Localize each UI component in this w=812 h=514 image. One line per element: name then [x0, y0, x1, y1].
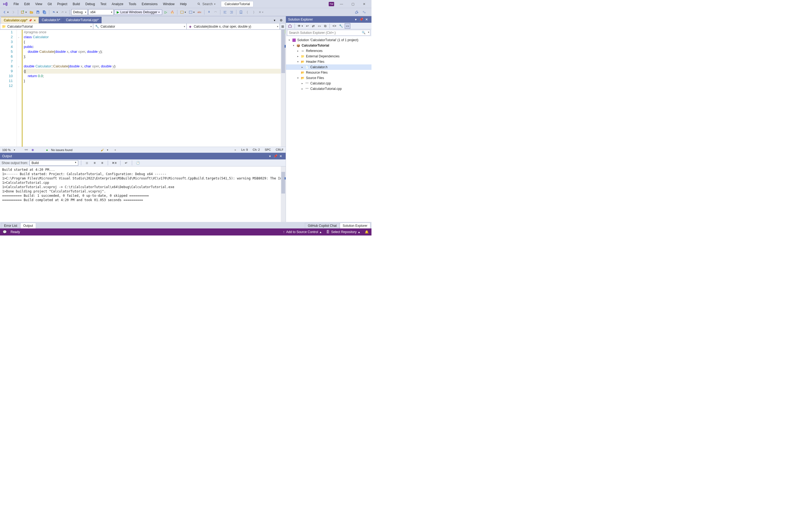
tree-row[interactable]: ▸📁External Dependencies — [286, 54, 372, 59]
tree-row[interactable]: ▸▫▫References — [286, 48, 372, 54]
menu-git[interactable]: Git — [45, 1, 54, 7]
bookmark-button[interactable] — [238, 9, 244, 15]
output-source-dropdown[interactable]: Build — [30, 160, 78, 165]
expand-icon[interactable]: ▾ — [288, 39, 291, 41]
account-badge[interactable]: TW — [329, 2, 334, 6]
find-in-files-button[interactable] — [187, 9, 196, 15]
sol-home-icon[interactable] — [287, 23, 293, 29]
output-close-button[interactable]: ✕ — [278, 154, 284, 158]
start-no-debug-button[interactable]: ▷ — [163, 9, 169, 15]
sol-preview-icon[interactable]: ▭ — [345, 23, 350, 29]
output-goto-next-icon[interactable]: ≡ — [99, 160, 105, 166]
output-goto-msg-icon[interactable]: ≡ — [91, 160, 97, 166]
output-pin-button[interactable]: 📌 — [273, 154, 278, 158]
bottom-tab[interactable]: Output — [20, 223, 36, 229]
fold-icon[interactable]: ⌄ — [17, 36, 20, 38]
output-scrollbar[interactable] — [281, 167, 286, 222]
output-text[interactable]: Build started at 4:20 PM... 1>------ Bui… — [0, 167, 281, 222]
save-button[interactable] — [35, 9, 41, 15]
editor-scrollbar[interactable] — [281, 30, 286, 147]
sol-properties-icon[interactable]: 🔧 — [338, 23, 344, 29]
tree-row[interactable]: ▸⁺⁺CalculatorTutorial.cpp — [286, 86, 372, 91]
save-all-button[interactable] — [41, 9, 48, 15]
tree-row[interactable]: ▾📂Header Files — [286, 59, 372, 64]
eol-indicator[interactable]: CRLF — [276, 148, 284, 152]
solution-pin-button[interactable]: 📌 — [358, 18, 364, 21]
close-icon[interactable]: ✕ — [33, 19, 36, 22]
solution-tree[interactable]: ▾🟪Solution 'CalculatorTutorial' (1 of 1 … — [286, 36, 372, 222]
platform-dropdown[interactable]: x64 — [88, 9, 114, 15]
share-button[interactable] — [354, 9, 359, 15]
expand-icon[interactable]: ▾ — [292, 44, 295, 47]
solution-search-input[interactable] — [287, 30, 370, 36]
expand-icon[interactable]: ▸ — [300, 66, 304, 68]
tabs-overflow-button[interactable]: ▾ — [271, 17, 278, 23]
add-source-control-button[interactable]: ↑ Add to Source Control ▴ — [283, 230, 321, 234]
pin-icon[interactable]: 📌 — [29, 19, 32, 22]
menu-view[interactable]: View — [32, 1, 45, 7]
zoom-level[interactable]: 100 % — [2, 148, 10, 152]
notifications-icon[interactable]: 🔔 — [365, 230, 369, 234]
bookmark-clear-button[interactable]: ✕ — [258, 9, 264, 15]
output-wrap-icon[interactable]: ↵ — [123, 160, 129, 166]
redo-button[interactable] — [60, 9, 68, 15]
nav-member-dropdown[interactable]: ◈Calculate(double x, char oper, double y… — [186, 23, 280, 30]
sol-back-icon[interactable]: ↩ — [304, 23, 310, 29]
nav-scope-dropdown[interactable]: 📁CalculatorTutorial — [0, 23, 93, 30]
output-timestamp-icon[interactable]: 🕐 — [135, 160, 141, 166]
indent-less-button[interactable] — [222, 9, 228, 15]
fold-icon[interactable]: ⌄ — [17, 65, 20, 68]
close-button[interactable]: ✕ — [360, 1, 368, 7]
nav-split-button[interactable]: ⊞ — [280, 23, 286, 30]
tree-row[interactable]: ▸📄Calculator.h — [286, 64, 372, 70]
expand-icon[interactable]: ▸ — [296, 55, 299, 58]
tree-row[interactable]: ▾📂Source Files — [286, 75, 372, 81]
tree-row[interactable]: ▾🟪Solution 'CalculatorTutorial' (1 of 1 … — [286, 37, 372, 43]
start-debug-button[interactable]: ▶Local Windows Debugger▾ — [114, 9, 162, 15]
sol-views-icon[interactable]: 👁 — [296, 23, 304, 29]
tree-row[interactable]: ▾📦CalculatorTutorial — [286, 43, 372, 48]
live-share-button[interactable] — [361, 9, 367, 15]
nav-back-button[interactable] — [2, 9, 10, 15]
sol-showall-icon[interactable]: ▭ — [317, 23, 322, 29]
doc-tab[interactable]: Calculator.h* — [39, 17, 63, 23]
menu-extensions[interactable]: Extensions — [139, 1, 160, 7]
bookmark-next-button[interactable]: ⟩ — [251, 9, 257, 15]
menu-window[interactable]: Window — [160, 1, 177, 7]
tree-row[interactable]: 📂Resource Files — [286, 70, 372, 75]
expand-icon[interactable]: ▾ — [296, 77, 299, 79]
solution-close-button[interactable]: ✕ — [364, 18, 369, 21]
menu-analyze[interactable]: Analyze — [109, 1, 126, 7]
code-editor[interactable]: 123456789101112 ⌄⌄ #pragma onceclass Cal… — [0, 30, 286, 147]
sol-code-icon[interactable]: <> — [331, 23, 337, 29]
config-dropdown[interactable]: Debug — [71, 9, 88, 15]
menu-build[interactable]: Build — [70, 1, 83, 7]
output-clear-icon[interactable]: ✕≡ — [111, 160, 117, 166]
search-box[interactable]: Search ▾ — [195, 1, 218, 7]
step-over-button[interactable] — [212, 9, 219, 15]
undo-button[interactable] — [51, 9, 59, 15]
output-goto-prev-icon[interactable]: ≣ — [84, 160, 90, 166]
bottom-tab[interactable]: GitHub Copilot Chat — [305, 223, 340, 229]
output-dropdown-button[interactable]: ▾ — [267, 154, 273, 158]
expand-icon[interactable]: ▾ — [296, 60, 299, 63]
solution-search[interactable]: 🔍 ▾ — [287, 30, 370, 36]
output-indicator-icon[interactable]: 💬 — [3, 230, 7, 234]
line-indicator[interactable]: Ln: 9 — [241, 148, 248, 152]
browse-button[interactable] — [179, 9, 187, 15]
hot-reload-button[interactable]: 🔥 — [169, 9, 175, 15]
nav-fwd-button[interactable] — [10, 9, 16, 15]
project-badge[interactable]: CalculatorTutorial — [221, 1, 254, 7]
bookmark-prev-button[interactable]: ⟨ — [244, 9, 251, 15]
tabs-settings-button[interactable]: ⚙ — [278, 17, 284, 23]
select-repo-button[interactable]: 🗄 Select Repository ▴ — [326, 230, 360, 234]
menu-debug[interactable]: Debug — [83, 1, 97, 7]
nav-class-dropdown[interactable]: 🔧Calculator — [93, 23, 186, 30]
indent-more-button[interactable] — [229, 9, 234, 15]
menu-test[interactable]: Test — [98, 1, 109, 7]
expand-icon[interactable]: ▸ — [300, 87, 304, 90]
new-item-button[interactable] — [20, 9, 28, 15]
step-into-button[interactable] — [206, 9, 212, 15]
col-indicator[interactable]: Ch: 2 — [253, 148, 260, 152]
minimize-button[interactable]: ― — [337, 1, 346, 7]
